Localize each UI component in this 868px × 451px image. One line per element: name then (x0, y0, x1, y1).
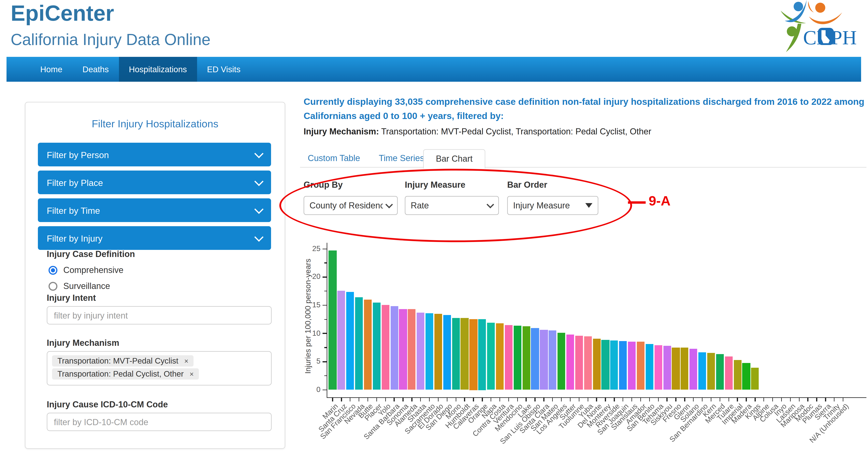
bar[interactable] (584, 336, 592, 390)
control-group-by-dropdown[interactable]: County of Residence (304, 196, 398, 215)
main-nav: HomeDeathsHospitalizationsED Visits (6, 57, 861, 82)
injury-mechanism-multiselect[interactable]: Transportation: MVT-Pedal Cyclist×Transp… (47, 351, 272, 386)
bar[interactable] (338, 291, 345, 390)
bar[interactable] (478, 319, 486, 390)
bar[interactable] (514, 326, 521, 390)
bar[interactable] (734, 360, 742, 390)
bar[interactable] (628, 342, 636, 390)
bar[interactable] (496, 323, 504, 390)
y-tick (322, 333, 327, 334)
bar[interactable] (681, 348, 689, 390)
bar[interactable] (434, 314, 442, 390)
x-tick (473, 397, 474, 401)
remove-tag-icon[interactable]: × (184, 357, 188, 365)
bar[interactable] (531, 328, 539, 390)
nav-item-ed-visits[interactable]: ED Visits (197, 57, 251, 82)
bar[interactable] (610, 340, 618, 390)
bar[interactable] (637, 342, 645, 390)
control-bar-order-dropdown[interactable]: Injury Measure (507, 196, 598, 215)
x-tick (570, 397, 571, 401)
x-tick (746, 397, 747, 401)
radio-surveillance[interactable] (49, 282, 57, 291)
accordion-filter-by-injury[interactable]: Filter by Injury (38, 226, 271, 250)
x-tick (666, 397, 668, 401)
bar[interactable] (672, 348, 680, 390)
bar[interactable] (505, 325, 513, 390)
bar[interactable] (699, 352, 706, 390)
bar[interactable] (663, 346, 671, 390)
bar[interactable] (469, 319, 477, 390)
annotation-label: 9-A (649, 193, 671, 209)
bar[interactable] (461, 318, 468, 390)
y-tick (322, 361, 327, 362)
bar[interactable] (540, 330, 548, 390)
bar[interactable] (391, 306, 398, 390)
x-tick (825, 397, 826, 401)
icd-code-input[interactable] (47, 413, 272, 431)
bar[interactable] (381, 305, 390, 390)
accordion-filter-by-place[interactable]: Filter by Place (38, 171, 271, 194)
accordion-filter-by-time[interactable]: Filter by Time (38, 198, 271, 222)
bar[interactable] (575, 336, 583, 390)
chevron-down-icon (254, 177, 264, 186)
bar[interactable] (751, 368, 759, 390)
x-tick (702, 397, 703, 401)
injury-intent-input[interactable] (47, 306, 272, 325)
accordion-filter-by-person[interactable]: Filter by Person (38, 143, 271, 167)
bar[interactable] (373, 302, 380, 390)
mechanism-tag-label: Transportation: MVT-Pedal Cyclist (57, 357, 178, 365)
nav-item-hospitalizations[interactable]: Hospitalizations (119, 57, 197, 82)
app-title: EpiCenter (11, 1, 114, 26)
x-tick (535, 397, 535, 401)
control-injury-measure-dropdown[interactable]: Rate (405, 196, 499, 215)
bar[interactable] (329, 250, 337, 390)
bar[interactable] (725, 357, 733, 390)
x-tick (332, 397, 333, 401)
bar[interactable] (364, 300, 372, 390)
bar[interactable] (452, 318, 460, 390)
x-tick (693, 397, 694, 401)
bar[interactable] (742, 363, 750, 390)
bar[interactable] (399, 309, 407, 390)
tab-bar-chart[interactable]: Bar Chart (423, 149, 485, 169)
bar[interactable] (566, 335, 574, 390)
app-subtitle: California Injury Data Online (11, 31, 211, 49)
bar[interactable] (355, 297, 363, 390)
x-tick (631, 397, 632, 401)
bar[interactable] (646, 344, 653, 390)
bar[interactable] (557, 333, 565, 390)
bar[interactable] (408, 309, 416, 390)
bar[interactable] (619, 341, 627, 390)
nav-item-home[interactable]: Home (30, 57, 72, 82)
bar[interactable] (549, 331, 557, 390)
bar[interactable] (426, 313, 433, 390)
bar[interactable] (716, 354, 724, 390)
bar[interactable] (522, 326, 530, 390)
radio-comprehensive[interactable] (49, 266, 57, 275)
filter-sidebar: Filter Injury Hospitalizations Filter by… (25, 102, 285, 449)
control-label-injury-measure: Injury Measure (405, 180, 465, 189)
remove-tag-icon[interactable]: × (190, 370, 194, 379)
nav-item-deaths[interactable]: Deaths (72, 57, 119, 82)
x-tick (684, 397, 685, 401)
bar[interactable] (601, 340, 609, 390)
x-tick (385, 397, 386, 401)
tab-custom-table[interactable]: Custom Table (308, 153, 360, 163)
bar[interactable] (487, 323, 495, 390)
bar[interactable] (593, 338, 601, 390)
x-tick (596, 397, 597, 401)
y-minor-tick (324, 347, 327, 348)
tab-divider (300, 167, 866, 168)
bar[interactable] (654, 345, 662, 390)
bar[interactable] (707, 353, 715, 390)
tab-time-series[interactable]: Time Series (379, 153, 424, 163)
bar[interactable] (346, 292, 354, 390)
x-tick (359, 397, 360, 401)
bar[interactable] (416, 313, 425, 390)
bar[interactable] (689, 349, 698, 390)
bar[interactable] (443, 315, 451, 390)
active-filter-line: Injury Mechanism: Transportation: MVT-Pe… (304, 127, 651, 136)
chevron-down-icon (254, 205, 264, 214)
x-tick (420, 397, 421, 401)
injury-mechanism-label: Injury Mechanism (47, 338, 119, 348)
